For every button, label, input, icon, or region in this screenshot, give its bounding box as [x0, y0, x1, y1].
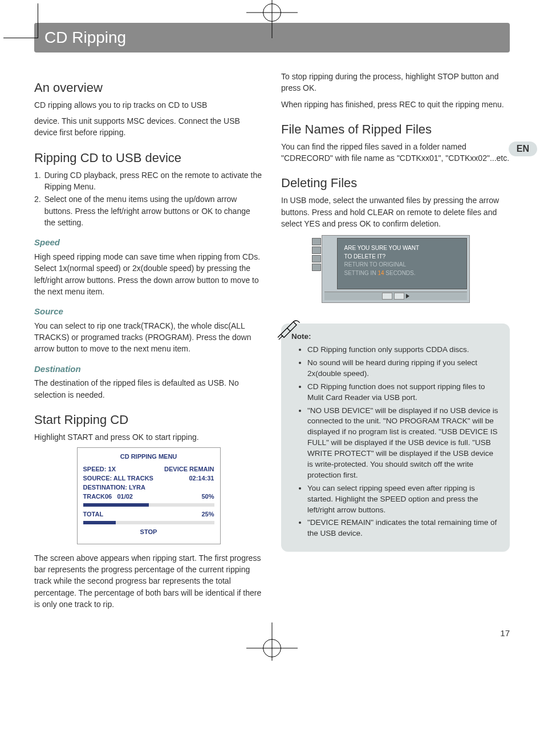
- file-names-para: You can find the ripped files saved in a…: [281, 141, 510, 164]
- file-names-heading: File Names of Ripped Files: [281, 120, 510, 139]
- folder-icon: [312, 264, 321, 271]
- delete-confirm-dialog: ARE YOU SURE YOU WANT TO DELETE IT? RETU…: [322, 235, 470, 303]
- rip-menu-row-speed-remain: SPEED: 1X DEVICE REMAIN: [83, 465, 214, 474]
- folder-icon: [312, 255, 321, 262]
- total-label: TOTAL: [83, 510, 104, 519]
- note-item: CD Ripping function does not support rip…: [307, 382, 500, 403]
- dialog-line3: RETURN TO ORIGINAL: [344, 261, 460, 269]
- rip-menu-row-total: TOTAL 25%: [83, 510, 214, 519]
- finish-ripping-para: When ripping has finished, press REC to …: [281, 99, 510, 110]
- deleting-heading: Deleting Files: [281, 174, 510, 192]
- speed-para: High speed ripping mode can save time wh…: [34, 251, 263, 297]
- rip-menu-title: CD RIPPING MENU: [83, 452, 214, 462]
- rip-stop-button[interactable]: STOP: [83, 528, 214, 537]
- registration-mark-bottom: [263, 639, 281, 657]
- ripping-heading: Ripping CD to USB device: [34, 149, 263, 167]
- deleting-para: In USB mode, select the unwanted files b…: [281, 195, 510, 229]
- note-item: No sound will be heard during ripping if…: [307, 358, 500, 379]
- total-progress-bar: [83, 521, 214, 524]
- dialog-line1: ARE YOU SURE YOU WANT: [344, 244, 460, 253]
- destination-heading: Destination: [34, 363, 263, 375]
- dialog-line2: TO DELETE IT?: [344, 253, 460, 261]
- source-heading: Source: [34, 305, 263, 318]
- ripping-step-2: 2. Select one of the menu items using th…: [34, 193, 263, 228]
- ripping-step-1: 1. During CD playback, press REC on the …: [34, 169, 263, 193]
- dialog-nav-button[interactable]: [394, 293, 404, 300]
- language-badge: EN: [509, 142, 537, 156]
- note-item: "DEVICE REMAIN" indicates the total rema…: [307, 518, 500, 539]
- note-title: Note:: [291, 331, 500, 342]
- registration-mark-top: [263, 3, 281, 22]
- speed-heading: Speed: [34, 236, 263, 249]
- rip-destination: DESTINATION: LYRA: [83, 483, 145, 492]
- note-item: You can select ripping speed even after …: [307, 483, 500, 516]
- track-progress-bar: [83, 503, 214, 507]
- ripping-steps: 1. During CD playback, press REC on the …: [34, 169, 263, 228]
- step-text: During CD playback, press REC on the rem…: [44, 169, 263, 193]
- start-ripping-heading: Start Ripping CD: [34, 411, 263, 429]
- disc-icon: [312, 238, 321, 245]
- crop-corner-top-left: [3, 3, 38, 38]
- track-percent: 50%: [201, 492, 214, 502]
- folder-icon: [312, 246, 321, 254]
- note-item: "NO USB DEVICE" will be displayed if no …: [307, 406, 500, 481]
- play-icon: [406, 294, 409, 298]
- dialog-line4: SETTING IN 14 SECONDS.: [344, 269, 460, 278]
- page-title: CD Ripping: [44, 29, 126, 46]
- step-number: 2.: [34, 193, 41, 228]
- device-remain-time: 02:14:31: [189, 474, 214, 483]
- write-hand-icon: [278, 316, 303, 341]
- stop-ripping-para: To stop ripping during the process, high…: [281, 71, 510, 94]
- two-column-layout: An overview CD ripping allows you to rip…: [34, 68, 510, 614]
- cd-ripping-menu-dialog: CD RIPPING MENU SPEED: 1X DEVICE REMAIN …: [77, 447, 221, 544]
- rip-menu-row-source-time: SOURCE: ALL TRACKS 02:14:31: [83, 474, 214, 483]
- step-number: 1.: [34, 169, 41, 193]
- device-remain-label: DEVICE REMAIN: [164, 465, 214, 474]
- start-ripping-para: Highlight START and press OK to start ri…: [34, 431, 263, 443]
- start-ripping-para2: The screen above appears when ripping st…: [34, 552, 263, 610]
- total-percent: 25%: [201, 510, 214, 519]
- note-item: CD Ripping function only supports CDDA d…: [307, 345, 500, 355]
- rip-menu-row-track: TRACK06 01/02 50%: [83, 492, 214, 502]
- rip-menu-row-destination: DESTINATION: LYRA: [83, 483, 214, 492]
- dialog-bottom-bar: [324, 292, 467, 300]
- overview-para2: device. This unit supports MSC devices. …: [34, 115, 263, 139]
- dialog-inner: ARE YOU SURE YOU WANT TO DELETE IT? RETU…: [337, 238, 467, 289]
- rip-track: TRACK06 01/02: [83, 492, 133, 502]
- step-text: Select one of the menu items using the u…: [44, 193, 263, 228]
- left-column: An overview CD ripping allows you to rip…: [34, 68, 263, 614]
- overview-heading: An overview: [34, 79, 263, 97]
- right-column: To stop ripping during the process, high…: [281, 68, 510, 614]
- rip-speed: SPEED: 1X: [83, 465, 116, 474]
- destination-para: The destination of the ripped files is d…: [34, 377, 263, 401]
- rip-source: SOURCE: ALL TRACKS: [83, 474, 153, 483]
- dialog-nav-button[interactable]: [382, 293, 392, 300]
- note-box: Note: CD Ripping function only supports …: [281, 324, 510, 552]
- source-para: You can select to rip one track(TRACK), …: [34, 320, 263, 355]
- dialog-side-icons: [312, 238, 322, 271]
- note-list: CD Ripping function only supports CDDA d…: [307, 345, 500, 539]
- overview-para1: CD ripping allows you to rip tracks on C…: [34, 99, 263, 111]
